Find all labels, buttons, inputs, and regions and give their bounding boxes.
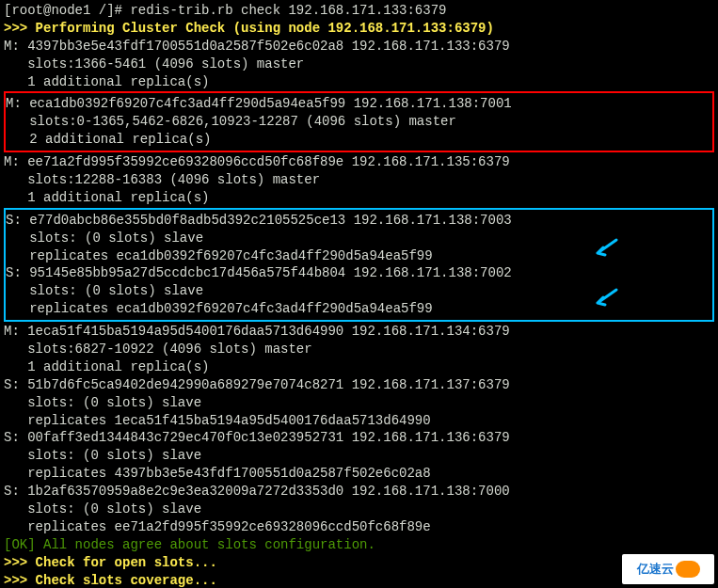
arrow-annotation-2 xyxy=(592,288,618,318)
master-node-1-id: M: 4397bb3e5e43fdf1700551d0a2587f502e6c0… xyxy=(4,38,714,56)
slave-node-3-slots: slots: (0 slots) slave xyxy=(4,394,714,412)
slave-node-3-replicates: replicates 1eca51f415ba5194a95d5400176da… xyxy=(4,412,714,430)
slave-node-4-replicates: replicates 4397bb3e5e43fdf1700551d0a2587… xyxy=(4,465,714,483)
ok-config-line: [OK] All nodes agree about slots configu… xyxy=(4,536,714,554)
highlight-box-red: M: eca1db0392f69207c4fc3ad4ff290d5a94ea5… xyxy=(4,91,714,152)
slave-node-4-slots: slots: (0 slots) slave xyxy=(4,447,714,465)
master-node-4-replicas: 1 additional replica(s) xyxy=(4,358,714,376)
slave-node-3-id: S: 51b7d6fc5ca9402de942990a689279e7074c8… xyxy=(4,376,714,394)
slave-node-5-replicates: replicates ee71a2fd995f35992ce69328096cc… xyxy=(4,518,714,536)
slave-node-4-id: S: 00faff3ed1344843c729ec470f0c13e023952… xyxy=(4,429,714,447)
master-node-3-id: M: ee71a2fd995f35992ce69328096ccd50fc68f… xyxy=(4,153,714,171)
watermark-logo: 亿速云 xyxy=(622,554,714,584)
master-node-1-replicas: 1 additional replica(s) xyxy=(4,73,714,91)
master-node-3-replicas: 1 additional replica(s) xyxy=(4,189,714,207)
master-node-4-slots: slots:6827-10922 (4096 slots) master xyxy=(4,341,714,358)
check-coverage-line: >>> Check slots coverage... xyxy=(4,572,714,588)
master-node-2-replicas: 2 additional replica(s) xyxy=(6,131,712,149)
slave-node-1-id: S: e77d0abcb86e355bd0f8adb5d392c2105525c… xyxy=(6,212,712,230)
slave-node-5-slots: slots: (0 slots) slave xyxy=(4,501,714,518)
arrow-annotation-1 xyxy=(592,238,618,268)
prompt-line: [root@node1 /]# redis-trib.rb check 192.… xyxy=(4,2,714,20)
slave-node-5-id: S: 1b2af63570959a8e2c9e3ea32009a7272d335… xyxy=(4,483,714,501)
highlight-box-cyan: S: e77d0abcb86e355bd0f8adb5d392c2105525c… xyxy=(4,208,714,322)
cloud-icon xyxy=(676,561,700,578)
watermark-text: 亿速云 xyxy=(637,561,674,578)
header-line: >>> Performing Cluster Check (using node… xyxy=(4,20,714,38)
master-node-2-slots: slots:0-1365,5462-6826,10923-12287 (4096… xyxy=(6,113,712,131)
master-node-3-slots: slots:12288-16383 (4096 slots) master xyxy=(4,171,714,189)
master-node-4-id: M: 1eca51f415ba5194a95d5400176daa5713d64… xyxy=(4,323,714,341)
master-node-1-slots: slots:1366-5461 (4096 slots) master xyxy=(4,56,714,73)
check-open-slots-line: >>> Check for open slots... xyxy=(4,554,714,572)
master-node-2-id: M: eca1db0392f69207c4fc3ad4ff290d5a94ea5… xyxy=(6,95,712,113)
